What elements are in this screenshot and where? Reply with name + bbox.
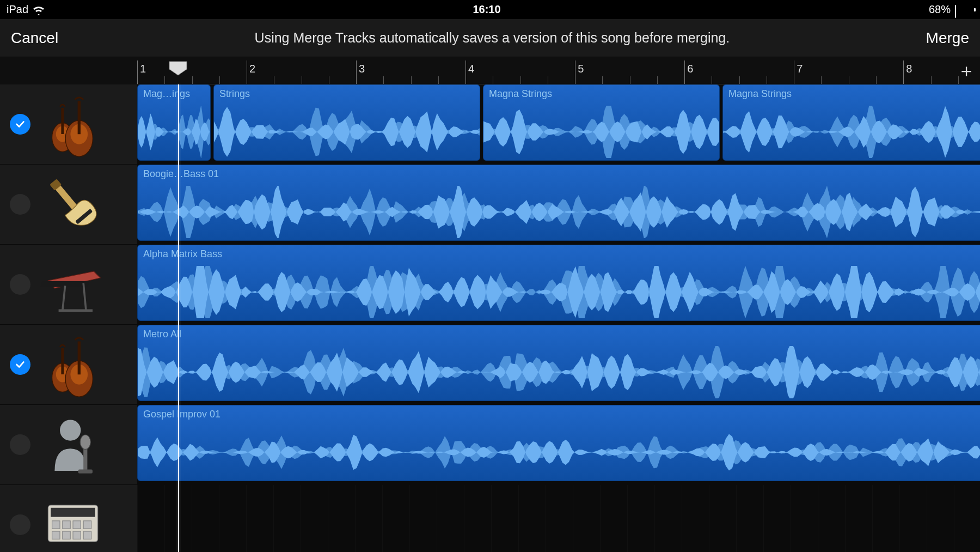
ruler-bar-number: 5 <box>578 63 584 75</box>
merge-button[interactable]: Merge <box>926 29 969 47</box>
clip-label: Boogie…Bass 01 <box>143 168 219 180</box>
track-select-checkbox[interactable] <box>10 194 30 215</box>
clip-label: Gospel Improv 01 <box>143 409 220 420</box>
battery-icon <box>955 5 973 14</box>
battery-pct: 68% <box>929 3 951 16</box>
track-lane[interactable] <box>137 485 980 552</box>
status-clock: 16:10 <box>473 3 500 16</box>
track-lane[interactable]: Alpha Matrix Bass <box>137 245 980 323</box>
waveform <box>483 106 719 158</box>
audio-clip[interactable]: Mag…ings <box>137 84 211 161</box>
ruler-bar-number: 1 <box>140 63 146 75</box>
audio-clip[interactable]: Metro All <box>137 325 980 401</box>
ruler[interactable]: ＋ 12345678 <box>137 57 980 84</box>
waveform <box>214 106 480 158</box>
ruler-bar-number: 8 <box>906 63 912 75</box>
ruler-bar: 5 <box>575 60 575 84</box>
wifi-icon <box>33 5 45 14</box>
track-lane[interactable]: Boogie…Bass 01 <box>137 165 980 243</box>
audio-clip[interactable]: Gospel Improv 01 <box>137 405 980 481</box>
status-bar: iPad 16:10 68% <box>0 0 980 19</box>
waveform <box>138 186 980 238</box>
ruler-bar: 8 <box>903 60 904 84</box>
waveform <box>138 346 980 398</box>
track-lane[interactable]: Metro All <box>137 325 980 403</box>
ruler-bar: 6 <box>684 60 685 84</box>
ruler-bar: 3 <box>356 60 357 84</box>
clip-label: Mag…ings <box>143 88 190 100</box>
clip-label: Strings <box>219 88 250 100</box>
track-lane[interactable]: Gospel Improv 01 <box>137 405 980 483</box>
track-select-checkbox[interactable] <box>10 274 30 295</box>
ruler-bar-number: 3 <box>359 63 365 75</box>
merge-message: Using Merge Tracks automatically saves a… <box>255 30 730 46</box>
audio-clip[interactable]: Magna Strings <box>483 84 720 161</box>
clip-label: Magna Strings <box>728 88 792 100</box>
track-select-checkbox[interactable] <box>10 434 30 455</box>
track-header[interactable] <box>0 165 137 245</box>
track-header[interactable] <box>0 405 137 485</box>
ruler-bar: 2 <box>247 60 247 84</box>
clip-label: Metro All <box>143 329 181 340</box>
vocal-icon <box>40 412 106 477</box>
tracks-area: Mag…ingsStringsMagna StringsMagna String… <box>0 84 980 552</box>
waveform <box>138 266 980 318</box>
audio-clip[interactable]: Alpha Matrix Bass <box>137 245 980 321</box>
ruler-bar: 7 <box>794 60 794 84</box>
bass-guitar-icon <box>40 172 106 237</box>
track-header[interactable] <box>0 325 137 405</box>
clip-label: Magna Strings <box>489 88 552 100</box>
ruler-bar-number: 7 <box>797 63 803 75</box>
ruler-bar-number: 4 <box>468 63 474 75</box>
track-lane[interactable]: Mag…ingsStringsMagna StringsMagna String… <box>137 84 980 163</box>
ruler-bar-number: 2 <box>249 63 255 75</box>
track-select-checkbox[interactable] <box>10 354 30 375</box>
ruler-bar: 1 <box>137 60 138 84</box>
strings-icon <box>40 92 106 157</box>
track-header[interactable] <box>0 245 137 325</box>
waveform <box>138 426 980 478</box>
track-select-checkbox[interactable] <box>10 114 30 135</box>
audio-clip[interactable]: Strings <box>213 84 480 161</box>
playhead[interactable] <box>168 60 188 76</box>
track-select-checkbox[interactable] <box>10 514 30 535</box>
clip-label: Alpha Matrix Bass <box>143 248 222 260</box>
keyboard-icon <box>40 252 106 317</box>
merge-header: Cancel Using Merge Tracks automatically … <box>0 19 980 57</box>
drum-machine-icon <box>40 492 106 552</box>
tracks-gutter <box>0 84 137 552</box>
ruler-row: ＋ 12345678 <box>0 57 980 84</box>
device-name: iPad <box>7 3 28 16</box>
track-header[interactable] <box>0 84 137 165</box>
track-header[interactable] <box>0 485 137 552</box>
audio-clip[interactable]: Boogie…Bass 01 <box>137 165 980 241</box>
ruler-bar: 4 <box>465 60 466 84</box>
strings-icon <box>40 332 106 397</box>
timeline[interactable]: Mag…ingsStringsMagna StringsMagna String… <box>137 84 980 552</box>
waveform <box>723 106 980 158</box>
ruler-bar-number: 6 <box>687 63 693 75</box>
audio-clip[interactable]: Magna Strings <box>722 84 980 161</box>
cancel-button[interactable]: Cancel <box>11 29 58 47</box>
waveform <box>138 106 210 158</box>
add-section-button[interactable]: ＋ <box>957 58 976 83</box>
